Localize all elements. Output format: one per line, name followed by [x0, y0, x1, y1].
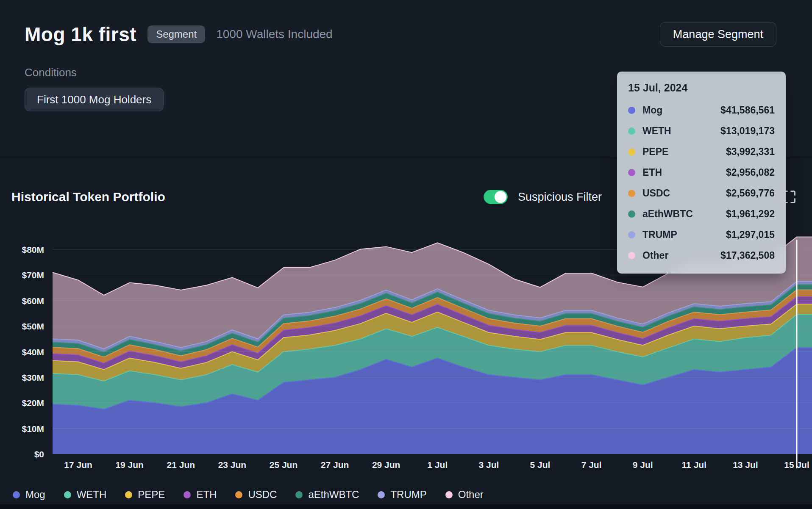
legend-label: USDC: [248, 489, 277, 501]
section-title: Historical Token Portfolio: [11, 190, 165, 204]
legend-dot: [64, 491, 71, 498]
tooltip-row-aethwbtc: aEthWBTC$1,961,292: [628, 204, 775, 224]
legend-label: aEthWBTC: [308, 489, 359, 501]
x-axis-label: 11 Jul: [682, 460, 706, 470]
y-axis-label: $30M: [22, 373, 44, 382]
legend-dot: [445, 491, 453, 498]
y-axis-label: $10M: [22, 424, 44, 434]
header-row: Mog 1k first Segment 1000 Wallets Includ…: [25, 22, 776, 47]
wallets-count: 1000 Wallets Included: [216, 28, 332, 41]
tooltip-token-dot: [628, 148, 635, 155]
tooltip-rows: Mog$41,586,561WETH$13,019,173PEPE$3,992,…: [628, 100, 775, 266]
segment-badge: Segment: [147, 25, 205, 43]
tooltip-token-dot: [628, 169, 635, 176]
legend-label: Mog: [25, 489, 45, 501]
x-axis-label: 21 Jun: [167, 460, 195, 470]
x-axis-label: 23 Jun: [218, 460, 247, 470]
legend-item-eth[interactable]: ETH: [184, 489, 217, 501]
x-axis-label: 9 Jul: [633, 460, 653, 470]
tooltip-row-other: Other$17,362,508: [628, 245, 775, 266]
tooltip-token-name: aEthWBTC: [642, 208, 693, 220]
condition-pill[interactable]: First 1000 Mog Holders: [25, 88, 164, 111]
tooltip-token-value: $1,961,292: [726, 208, 775, 220]
legend-dot: [184, 491, 191, 498]
legend-item-trump[interactable]: TRUMP: [378, 489, 426, 501]
tooltip-token-dot: [628, 210, 635, 218]
x-axis-label: 15 Jul: [784, 460, 809, 470]
x-axis-label: 1 Jul: [427, 460, 448, 470]
legend-item-weth[interactable]: WETH: [64, 489, 107, 501]
y-axis-label: $0: [34, 449, 44, 459]
tooltip-token-value: $13,019,173: [720, 125, 775, 137]
tooltip-token-value: $2,569,776: [726, 188, 775, 199]
chart-tooltip: 15 Jul, 2024 Mog$41,586,561WETH$13,019,1…: [617, 72, 786, 274]
tooltip-token-name: TRUMP: [642, 229, 677, 241]
legend-label: ETH: [196, 489, 217, 501]
legend-item-mog[interactable]: Mog: [13, 489, 45, 501]
y-axis-label: $50M: [22, 321, 44, 331]
tooltip-token-value: $2,956,082: [726, 167, 775, 178]
toggle-knob: [495, 191, 506, 203]
legend-label: WETH: [77, 489, 107, 501]
page: Mog 1k first Segment 1000 Wallets Includ…: [0, 0, 812, 509]
manage-segment-button[interactable]: Manage Segment: [660, 22, 776, 47]
x-axis-label: 7 Jul: [581, 460, 602, 470]
x-axis-label: 13 Jul: [733, 460, 758, 470]
tooltip-token-name: WETH: [642, 125, 671, 137]
suspicious-filter-toggle[interactable]: [484, 190, 508, 204]
x-axis-label: 3 Jul: [478, 460, 499, 470]
suspicious-filter-label: Suspicious Filter: [518, 191, 602, 204]
legend-label: Other: [458, 489, 484, 501]
y-axis-label: $40M: [22, 347, 44, 357]
tooltip-token-dot: [628, 127, 635, 135]
legend-item-other[interactable]: Other: [445, 489, 484, 501]
tooltip-token-value: $41,586,561: [720, 105, 775, 116]
tooltip-token-value: $1,297,015: [726, 229, 775, 241]
tooltip-token-value: $3,992,331: [726, 146, 775, 158]
legend-dot: [125, 491, 132, 498]
legend-dot: [235, 491, 242, 498]
x-axis-label: 19 Jun: [115, 460, 144, 470]
chart-legend: MogWETHPEPEETHUSDCaEthWBTCTRUMPOther: [0, 489, 812, 501]
tooltip-token-dot: [628, 190, 635, 197]
tooltip-row-eth: ETH$2,956,082: [628, 162, 775, 183]
legend-item-usdc[interactable]: USDC: [235, 489, 277, 501]
x-axis-label: 29 Jun: [372, 460, 400, 470]
y-axis-label: $80M: [22, 245, 44, 254]
legend-dot: [295, 491, 303, 498]
legend-dot: [378, 491, 385, 498]
tooltip-token-name: ETH: [642, 167, 662, 178]
tooltip-date: 15 Jul, 2024: [628, 82, 775, 94]
legend-label: PEPE: [138, 489, 165, 501]
tooltip-row-mog: Mog$41,586,561: [628, 100, 775, 121]
tooltip-row-trump: TRUMP$1,297,015: [628, 224, 775, 245]
legend-dot: [13, 491, 20, 498]
tooltip-token-name: Other: [642, 250, 668, 261]
tooltip-token-name: Mog: [642, 105, 662, 116]
y-axis-label: $60M: [22, 296, 44, 306]
tooltip-token-value: $17,362,508: [720, 250, 775, 261]
tooltip-row-weth: WETH$13,019,173: [628, 121, 775, 141]
x-axis-label: 27 Jun: [321, 460, 349, 470]
y-axis-label: $70M: [22, 270, 44, 280]
tooltip-token-dot: [628, 231, 635, 238]
page-title: Mog 1k first: [25, 23, 136, 46]
x-axis-label: 5 Jul: [530, 460, 551, 470]
x-axis-label: 25 Jun: [270, 460, 298, 470]
legend-label: TRUMP: [390, 489, 426, 501]
tooltip-row-usdc: USDC$2,569,776: [628, 183, 775, 204]
legend-item-aethwbtc[interactable]: aEthWBTC: [295, 489, 359, 501]
tooltip-token-dot: [628, 107, 635, 114]
y-axis-label: $20M: [22, 398, 44, 408]
legend-item-pepe[interactable]: PEPE: [125, 489, 165, 501]
tooltip-token-name: USDC: [642, 188, 670, 199]
tooltip-token-name: PEPE: [642, 146, 668, 158]
x-axis-label: 17 Jun: [64, 460, 92, 470]
bottom-strip: [0, 503, 812, 509]
tooltip-row-pepe: PEPE$3,992,331: [628, 141, 775, 162]
tooltip-token-dot: [628, 252, 635, 259]
